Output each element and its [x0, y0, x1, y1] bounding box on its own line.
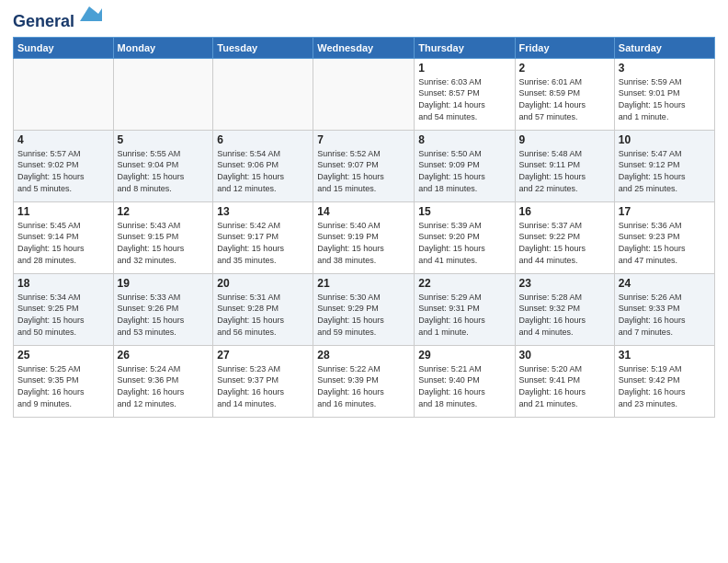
day-info: Sunrise: 5:50 AMSunset: 9:09 PMDaylight:…: [418, 148, 510, 194]
day-cell: 29Sunrise: 5:21 AMSunset: 9:40 PMDayligh…: [415, 345, 515, 417]
day-info: Sunrise: 5:37 AMSunset: 9:22 PMDaylight:…: [519, 220, 610, 266]
day-cell: 31Sunrise: 5:19 AMSunset: 9:42 PMDayligh…: [614, 345, 714, 417]
calendar-table: SundayMondayTuesdayWednesdayThursdayFrid…: [13, 37, 715, 418]
day-cell: 9Sunrise: 5:48 AMSunset: 9:11 PMDaylight…: [515, 130, 614, 201]
day-cell: 14Sunrise: 5:40 AMSunset: 9:19 PMDayligh…: [313, 201, 415, 273]
header-row: SundayMondayTuesdayWednesdayThursdayFrid…: [14, 37, 715, 58]
day-cell: [113, 58, 213, 130]
day-info: Sunrise: 5:54 AMSunset: 9:06 PMDaylight:…: [217, 148, 309, 194]
col-header-saturday: Saturday: [614, 37, 714, 58]
day-cell: 20Sunrise: 5:31 AMSunset: 9:28 PMDayligh…: [213, 273, 313, 345]
week-row-4: 18Sunrise: 5:34 AMSunset: 9:25 PMDayligh…: [14, 273, 715, 345]
day-number: 4: [17, 133, 109, 146]
svg-marker-0: [80, 6, 102, 21]
day-info: Sunrise: 5:39 AMSunset: 9:20 PMDaylight:…: [418, 220, 510, 266]
day-cell: 17Sunrise: 5:36 AMSunset: 9:23 PMDayligh…: [614, 201, 714, 273]
day-cell: 25Sunrise: 5:25 AMSunset: 9:35 PMDayligh…: [14, 345, 114, 417]
day-number: 2: [519, 62, 610, 75]
day-cell: [14, 58, 114, 130]
logo: General: [13, 13, 102, 31]
day-number: 25: [17, 349, 109, 362]
day-info: Sunrise: 5:19 AMSunset: 9:42 PMDaylight:…: [619, 363, 711, 409]
day-cell: 8Sunrise: 5:50 AMSunset: 9:09 PMDaylight…: [415, 130, 515, 201]
day-cell: 10Sunrise: 5:47 AMSunset: 9:12 PMDayligh…: [614, 130, 714, 201]
day-info: Sunrise: 5:22 AMSunset: 9:39 PMDaylight:…: [317, 363, 410, 409]
day-cell: [213, 58, 313, 130]
day-info: Sunrise: 5:23 AMSunset: 9:37 PMDaylight:…: [217, 363, 309, 409]
day-number: 31: [619, 349, 711, 362]
day-cell: 16Sunrise: 5:37 AMSunset: 9:22 PMDayligh…: [515, 201, 614, 273]
day-cell: 26Sunrise: 5:24 AMSunset: 9:36 PMDayligh…: [113, 345, 213, 417]
day-info: Sunrise: 6:01 AMSunset: 8:59 PMDaylight:…: [519, 76, 610, 122]
day-info: Sunrise: 5:25 AMSunset: 9:35 PMDaylight:…: [17, 363, 109, 409]
day-number: 12: [118, 205, 210, 218]
day-number: 13: [217, 205, 309, 218]
day-cell: 27Sunrise: 5:23 AMSunset: 9:37 PMDayligh…: [213, 345, 313, 417]
day-info: Sunrise: 5:31 AMSunset: 9:28 PMDaylight:…: [217, 292, 309, 338]
day-cell: 28Sunrise: 5:22 AMSunset: 9:39 PMDayligh…: [313, 345, 415, 417]
day-number: 20: [217, 277, 309, 290]
week-row-5: 25Sunrise: 5:25 AMSunset: 9:35 PMDayligh…: [14, 345, 715, 417]
day-cell: 2Sunrise: 6:01 AMSunset: 8:59 PMDaylight…: [515, 58, 614, 130]
day-info: Sunrise: 5:34 AMSunset: 9:25 PMDaylight:…: [17, 292, 109, 338]
day-info: Sunrise: 5:55 AMSunset: 9:04 PMDaylight:…: [118, 148, 210, 194]
day-number: 7: [317, 133, 410, 146]
day-cell: 15Sunrise: 5:39 AMSunset: 9:20 PMDayligh…: [415, 201, 515, 273]
week-row-3: 11Sunrise: 5:45 AMSunset: 9:14 PMDayligh…: [14, 201, 715, 273]
day-number: 9: [519, 133, 610, 146]
day-cell: 13Sunrise: 5:42 AMSunset: 9:17 PMDayligh…: [213, 201, 313, 273]
day-number: 22: [418, 277, 510, 290]
col-header-wednesday: Wednesday: [313, 37, 415, 58]
day-info: Sunrise: 5:30 AMSunset: 9:29 PMDaylight:…: [317, 292, 410, 338]
day-cell: 4Sunrise: 5:57 AMSunset: 9:02 PMDaylight…: [14, 130, 114, 201]
day-info: Sunrise: 5:52 AMSunset: 9:07 PMDaylight:…: [317, 148, 410, 194]
day-number: 5: [118, 133, 210, 146]
day-number: 11: [17, 205, 109, 218]
day-info: Sunrise: 5:57 AMSunset: 9:02 PMDaylight:…: [17, 148, 109, 194]
day-number: 1: [418, 62, 510, 75]
day-cell: 3Sunrise: 5:59 AMSunset: 9:01 PMDaylight…: [614, 58, 714, 130]
day-cell: [313, 58, 415, 130]
day-cell: 30Sunrise: 5:20 AMSunset: 9:41 PMDayligh…: [515, 345, 614, 417]
week-row-1: 1Sunrise: 6:03 AMSunset: 8:57 PMDaylight…: [14, 58, 715, 130]
day-number: 6: [217, 133, 309, 146]
day-number: 23: [519, 277, 610, 290]
day-number: 24: [619, 277, 711, 290]
day-cell: 22Sunrise: 5:29 AMSunset: 9:31 PMDayligh…: [415, 273, 515, 345]
day-info: Sunrise: 5:21 AMSunset: 9:40 PMDaylight:…: [418, 363, 510, 409]
day-info: Sunrise: 5:20 AMSunset: 9:41 PMDaylight:…: [519, 363, 610, 409]
day-info: Sunrise: 5:36 AMSunset: 9:23 PMDaylight:…: [619, 220, 711, 266]
col-header-tuesday: Tuesday: [213, 37, 313, 58]
day-number: 28: [317, 349, 410, 362]
day-number: 19: [118, 277, 210, 290]
day-number: 10: [619, 133, 711, 146]
day-number: 18: [17, 277, 109, 290]
day-cell: 19Sunrise: 5:33 AMSunset: 9:26 PMDayligh…: [113, 273, 213, 345]
day-cell: 12Sunrise: 5:43 AMSunset: 9:15 PMDayligh…: [113, 201, 213, 273]
day-info: Sunrise: 5:24 AMSunset: 9:36 PMDaylight:…: [118, 363, 210, 409]
day-number: 15: [418, 205, 510, 218]
day-number: 29: [418, 349, 510, 362]
col-header-monday: Monday: [113, 37, 213, 58]
header: General: [13, 9, 715, 31]
day-number: 17: [619, 205, 711, 218]
day-info: Sunrise: 6:03 AMSunset: 8:57 PMDaylight:…: [418, 76, 510, 122]
day-info: Sunrise: 5:26 AMSunset: 9:33 PMDaylight:…: [619, 292, 711, 338]
day-info: Sunrise: 5:42 AMSunset: 9:17 PMDaylight:…: [217, 220, 309, 266]
day-number: 26: [118, 349, 210, 362]
day-cell: 11Sunrise: 5:45 AMSunset: 9:14 PMDayligh…: [14, 201, 114, 273]
day-number: 14: [317, 205, 410, 218]
day-info: Sunrise: 5:33 AMSunset: 9:26 PMDaylight:…: [118, 292, 210, 338]
day-number: 21: [317, 277, 410, 290]
day-info: Sunrise: 5:43 AMSunset: 9:15 PMDaylight:…: [118, 220, 210, 266]
day-cell: 24Sunrise: 5:26 AMSunset: 9:33 PMDayligh…: [614, 273, 714, 345]
logo-icon: [76, 1, 102, 27]
day-number: 27: [217, 349, 309, 362]
day-cell: 7Sunrise: 5:52 AMSunset: 9:07 PMDaylight…: [313, 130, 415, 201]
day-cell: 1Sunrise: 6:03 AMSunset: 8:57 PMDaylight…: [415, 58, 515, 130]
day-number: 30: [519, 349, 610, 362]
day-info: Sunrise: 5:45 AMSunset: 9:14 PMDaylight:…: [17, 220, 109, 266]
day-info: Sunrise: 5:40 AMSunset: 9:19 PMDaylight:…: [317, 220, 410, 266]
logo-text: General: [13, 13, 74, 31]
day-number: 3: [619, 62, 711, 75]
